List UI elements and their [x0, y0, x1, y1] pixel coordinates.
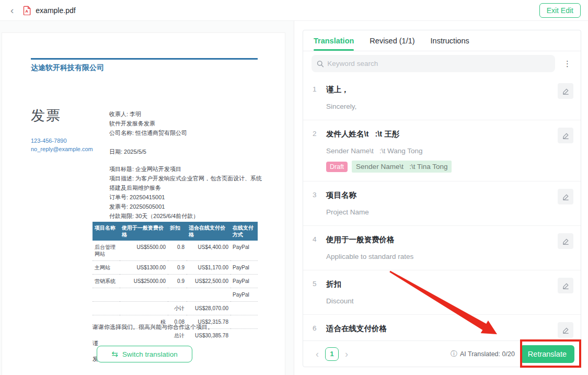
segment-number: 1 — [313, 84, 326, 111]
edit-pencil-icon — [562, 193, 570, 201]
doc-company-line: 公司名称: 恒信通商贸有限公司 — [109, 128, 266, 138]
back-icon[interactable]: ‹ — [7, 5, 17, 15]
edit-button[interactable] — [558, 128, 573, 143]
pdf-file-icon: A — [23, 6, 31, 15]
edit-button[interactable] — [558, 83, 573, 99]
segment-item-5[interactable]: 5 折扣 Discount — [303, 270, 581, 315]
segment-number: 5 — [313, 279, 326, 306]
ai-translated-label: AI Translated: 0/20 — [460, 350, 515, 358]
edit-pencil-icon — [562, 87, 570, 95]
draft-badge: Draft — [326, 162, 348, 172]
pdf-page: 达途软开科技有限公司 发票 123-456-7890 no_reply@exam… — [2, 33, 285, 375]
segment-item-1[interactable]: 1 谨上， Sincerely, — [303, 76, 581, 120]
doc-project-title: 项目标题: 企业网站开发项目 — [109, 164, 266, 174]
table-row: PayPal — [93, 288, 258, 302]
segment-source: 发件人姓名\t :\t 王彤 — [326, 129, 554, 139]
pdf-preview-pane: 达途软开科技有限公司 发票 123-456-7890 no_reply@exam… — [0, 21, 294, 375]
segment-number: 2 — [313, 129, 326, 173]
kebab-menu-icon[interactable]: ⋮ — [559, 58, 575, 70]
edit-pencil-icon — [562, 326, 570, 334]
search-box[interactable] — [312, 55, 555, 72]
doc-date: 日期: 2025/5/5 — [109, 147, 266, 156]
search-icon — [317, 60, 324, 67]
bottom-bar: ‹ 1 › ⓘ AI Translated: 0/20 Retranslate — [303, 340, 581, 367]
pagination-page-1[interactable]: 1 — [325, 347, 339, 361]
doc-email: no_reply@example.com — [31, 145, 93, 153]
translation-card: Translation Revised (1/1) Instructions ⋮… — [303, 30, 581, 367]
app-root: ‹ A example.pdf Exit Edit 达途软开科技有限公司 发票 … — [0, 0, 588, 375]
segment-item-4[interactable]: 4 使用于一般资费价格 Applicable to standard rates — [303, 226, 581, 270]
segment-source: 使用于一般资费价格 — [326, 234, 554, 245]
edit-pencil-icon — [562, 132, 570, 140]
top-bar: ‹ A example.pdf Exit Edit — [0, 0, 588, 21]
svg-text:A: A — [26, 9, 29, 14]
search-input[interactable] — [327, 60, 550, 67]
doc-company-name: 达途软开科技有限公司 — [31, 63, 104, 73]
pagination-next-icon[interactable]: › — [344, 349, 349, 359]
table-row: 营销系统 US$25000.00 0.9 US$22,500.00 PayPal — [93, 275, 258, 288]
doc-recipient: 收票人: 李明 — [109, 109, 266, 119]
doc-thanks-line: 谢谢你选择我们。很高兴能与你合作这个项目。 — [93, 323, 213, 331]
segment-item-2[interactable]: 2 发件人姓名\t :\t 王彤 Sender Name\t :\t Wang … — [303, 120, 581, 181]
tab-revised[interactable]: Revised (1/1) — [370, 30, 414, 51]
invoice-table-header: 项目名称 使用于一般资费价格 折扣 适合在线支付价格 在线支付方式 — [93, 222, 258, 241]
tab-translation[interactable]: Translation — [314, 30, 354, 51]
retranslate-button[interactable]: Retranslate — [520, 345, 574, 363]
doc-order-no: 订单号: 20250415001 — [109, 192, 266, 202]
doc-info-block: 收票人: 李明 软件开发服务发票 公司名称: 恒信通商贸有限公司 日期: 202… — [109, 109, 266, 221]
info-icon: ⓘ — [451, 349, 457, 359]
table-summary-row: 小计 US$28,070.00 — [93, 302, 258, 315]
doc-header-rule — [31, 58, 258, 60]
edit-button[interactable] — [558, 233, 573, 249]
search-row: ⋮ — [303, 51, 581, 76]
table-row: 主网站 US$1300.00 0.9 US$1,170.00 PayPal — [93, 261, 258, 275]
doc-contact-block: 123-456-7890 no_reply@example.com — [31, 137, 93, 153]
segment-translation: Sender Name\t :\t Wang Tong — [326, 146, 554, 156]
segment-source: 谨上， — [326, 84, 554, 95]
edit-button[interactable] — [558, 278, 573, 293]
edit-button[interactable] — [558, 189, 573, 204]
pagination-prev-icon[interactable]: ‹ — [315, 349, 320, 359]
segment-item-6[interactable]: 6 适合在线支付价格 — [303, 315, 581, 340]
file-name: example.pdf — [36, 6, 75, 15]
switch-arrows-icon: ⇆ — [111, 349, 118, 359]
doc-sign-line-1: 谨 — [93, 339, 98, 347]
edit-pencil-icon — [562, 237, 570, 245]
exit-edit-button[interactable]: Exit Edit — [539, 3, 581, 18]
tab-bar: Translation Revised (1/1) Instructions — [303, 30, 581, 51]
segment-source: 项目名称 — [326, 190, 554, 200]
segment-translation: Project Name — [326, 208, 554, 217]
segment-source: 适合在线支付价格 — [326, 323, 554, 334]
doc-project-desc: 项目描述: 为客户开发响应式企业官网，包含页面设计、系统搭建及后期维护服务 — [109, 174, 266, 192]
segment-translation: Discount — [326, 297, 554, 306]
segment-item-3[interactable]: 3 项目名称 Project Name — [303, 181, 581, 226]
segment-translation: Applicable to standard rates — [326, 252, 554, 262]
draft-translation: Sender Name\t :\t Tina Tong — [352, 161, 452, 173]
switch-translation-label: Switch translation — [122, 350, 178, 358]
doc-invoice-title: 发票 — [31, 106, 61, 125]
ai-translated-status: ⓘ AI Translated: 0/20 — [451, 349, 515, 359]
draft-row: Draft Sender Name\t :\t Tina Tong — [326, 161, 554, 173]
segment-number: 3 — [313, 190, 326, 217]
translation-pane: Translation Revised (1/1) Instructions ⋮… — [294, 21, 588, 375]
table-row: 后台管理网站 US$5500.00 0.8 US$4,400.00 PayPal — [93, 241, 258, 261]
tab-instructions[interactable]: Instructions — [431, 30, 469, 51]
doc-invoice-no: 发票号: 20250505001 — [109, 202, 266, 211]
segment-list: 1 谨上， Sincerely, 2 发件人姓名 — [303, 76, 581, 340]
doc-phone: 123-456-7890 — [31, 137, 93, 145]
switch-translation-button[interactable]: ⇆ Switch translation — [97, 346, 192, 362]
edit-button[interactable] — [558, 322, 573, 338]
doc-subtitle: 软件开发服务发票 — [109, 119, 266, 128]
segment-source: 折扣 — [326, 279, 554, 289]
edit-pencil-icon — [562, 282, 570, 290]
segment-number: 4 — [313, 234, 326, 262]
segment-number: 6 — [313, 323, 326, 334]
doc-payment-terms: 付款期限: 30天（2025/6/4前付款） — [109, 211, 266, 221]
segment-translation: Sincerely, — [326, 102, 554, 111]
